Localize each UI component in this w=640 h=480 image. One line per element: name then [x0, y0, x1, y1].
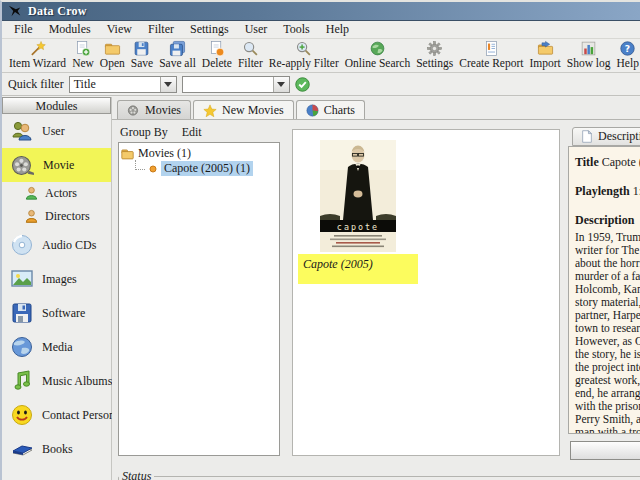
director-person-icon	[24, 209, 39, 224]
toolbar-label: Settings	[416, 57, 453, 70]
tab-description[interactable]: Description	[572, 127, 640, 146]
sidebar-item-media[interactable]: Media	[2, 330, 111, 364]
sidebar-item-software[interactable]: Software	[2, 296, 111, 330]
menu-file[interactable]: File	[6, 22, 41, 37]
tab-label: Movies	[145, 103, 181, 118]
sidebar-item-label: Media	[42, 340, 73, 355]
quick-filter-search-dropdown[interactable]	[182, 76, 290, 93]
actor-person-icon	[24, 186, 39, 201]
film-reel-icon	[10, 153, 35, 178]
menu-settings[interactable]: Settings	[182, 22, 237, 37]
item-wizard-button[interactable]: Item Wizard	[6, 40, 69, 73]
pie-chart-icon	[306, 104, 319, 117]
filter-button[interactable]: Filter	[235, 40, 266, 73]
reapply-filter-button[interactable]: Re-apply Filter	[266, 40, 342, 73]
playlength-field-label: Playlength	[575, 184, 630, 198]
chevron-down-icon[interactable]	[160, 77, 176, 92]
apply-filter-check-icon[interactable]	[295, 77, 310, 92]
description-text: In 1959, Truma writer for The N about th…	[575, 231, 640, 434]
tree-node-label: Movies (1)	[138, 146, 191, 161]
tree-node-label: Capote (2005) (1)	[161, 161, 253, 176]
open-button[interactable]: Open	[97, 40, 128, 73]
description-form: Title Capote (20 Playlength 1:54 Descrip…	[568, 146, 640, 434]
sidebar-item-label: Movie	[43, 158, 74, 173]
menu-help[interactable]: Help	[318, 22, 357, 37]
menu-tools[interactable]: Tools	[275, 22, 318, 37]
magic-wand-icon	[29, 40, 46, 57]
sidebar-item-music-albums[interactable]: Music Albums	[2, 364, 111, 398]
sidebar-item-images[interactable]: Images	[2, 262, 111, 296]
tree-node-capote[interactable]: Capote (2005) (1)	[121, 161, 277, 176]
edit-menu[interactable]: Edit	[182, 125, 202, 140]
group-by-menu[interactable]: Group By	[120, 125, 168, 140]
sidebar-item-movie[interactable]: Movie	[2, 148, 111, 182]
movie-card[interactable]: capote Capote (2005)	[298, 135, 418, 284]
show-log-chart-icon	[580, 40, 597, 57]
show-log-button[interactable]: Show log	[564, 40, 614, 73]
menu-user[interactable]: User	[237, 22, 276, 37]
create-report-button[interactable]: Create Report	[456, 40, 526, 73]
create-report-icon	[483, 40, 500, 57]
app-logo-bird-icon	[8, 4, 22, 18]
movie-gallery: capote Capote (2005)	[292, 129, 560, 456]
toolbar-label: Item Wizard	[9, 57, 66, 70]
sidebar-item-user[interactable]: User	[2, 114, 111, 148]
toolbar: Item Wizard New Open Sav	[2, 39, 640, 73]
new-button[interactable]: New	[69, 40, 97, 73]
save-floppy-icon	[133, 40, 150, 57]
sidebar-item-contact-person[interactable]: Contact Person	[2, 398, 111, 432]
menu-filter[interactable]: Filter	[140, 22, 182, 37]
view-tabs: Movies New Movies Charts	[117, 99, 365, 120]
sidebar-item-label: Audio CDs	[42, 238, 96, 253]
sidebar-item-label: Images	[42, 272, 77, 287]
media-globe-icon	[10, 335, 34, 359]
tab-new-movies[interactable]: New Movies	[193, 100, 294, 120]
toolbar-label: Save	[131, 57, 153, 70]
svg-text:capote: capote	[337, 222, 379, 232]
window-title: Data Crow	[28, 4, 87, 19]
sidebar-item-label: Books	[42, 442, 73, 457]
menu-modules[interactable]: Modules	[41, 22, 99, 37]
title-bar: Data Crow	[2, 2, 640, 21]
cd-icon	[10, 233, 34, 257]
menu-view[interactable]: View	[99, 22, 140, 37]
tab-label: Description	[598, 129, 640, 144]
settings-button[interactable]: Settings	[413, 40, 456, 73]
reapply-filter-icon	[295, 40, 312, 57]
save-button[interactable]: Save	[570, 441, 640, 460]
sidebar-item-actors[interactable]: Actors	[2, 182, 111, 205]
movie-card-label: Capote (2005)	[298, 254, 418, 284]
quick-filter-field-value: Title	[70, 77, 160, 92]
tree-connector	[135, 160, 145, 170]
quick-filter-field-dropdown[interactable]: Title	[69, 76, 177, 93]
tab-movies[interactable]: Movies	[117, 100, 191, 120]
online-search-button[interactable]: Online Search	[342, 40, 413, 73]
tab-charts[interactable]: Charts	[296, 100, 365, 120]
toolbar-label: Delete	[202, 57, 232, 70]
import-button[interactable]: Import	[526, 40, 563, 73]
sidebar-item-label: User	[42, 124, 65, 139]
tab-label: New Movies	[222, 103, 284, 118]
capote-poster-image: capote	[320, 140, 396, 252]
modules-header: Modules	[2, 97, 111, 114]
save-all-button[interactable]: Save all	[156, 40, 199, 73]
status-panel: Status	[118, 469, 640, 480]
group-panel-menu: Group By Edit	[120, 125, 202, 140]
grouping-tree[interactable]: Movies (1) Capote (2005) (1)	[118, 142, 280, 456]
toolbar-label: Re-apply Filter	[269, 57, 339, 70]
title-field-label: Title	[575, 155, 599, 169]
online-search-globe-icon	[369, 40, 386, 57]
toolbar-label: Filter	[238, 57, 263, 70]
sidebar-item-books[interactable]: Books	[2, 432, 111, 466]
detail-panel: Description Title Capote (20 Playlength …	[567, 127, 640, 480]
software-floppy-icon	[10, 301, 34, 325]
sidebar-item-directors[interactable]: Directors	[2, 205, 111, 228]
open-folder-icon	[104, 40, 121, 57]
sidebar-item-audio-cds[interactable]: Audio CDs	[2, 228, 111, 262]
save-button-toolbar[interactable]: Save	[128, 40, 156, 73]
delete-button[interactable]: Delete	[199, 40, 235, 73]
help-button[interactable]: ? Help	[614, 40, 640, 73]
help-icon: ?	[619, 40, 636, 57]
chevron-down-icon[interactable]	[273, 77, 289, 92]
sidebar-item-label: Directors	[45, 209, 90, 224]
